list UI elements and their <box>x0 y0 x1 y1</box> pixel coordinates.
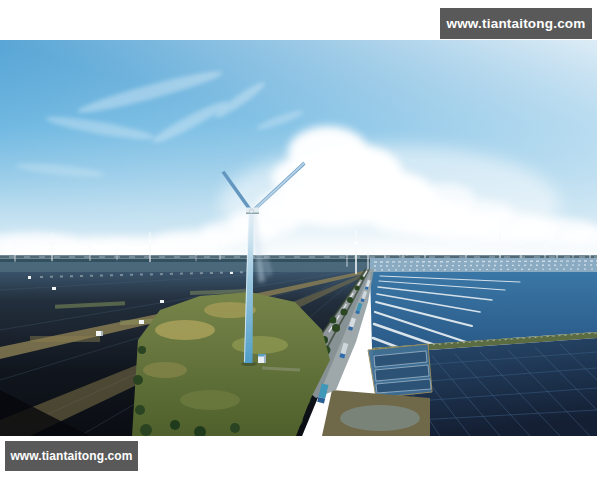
page: www.tiantaitong.com www.tiantaitong.com <box>0 0 600 480</box>
turbine-base-shed <box>258 354 266 363</box>
photo-aerial-wind-solar-farm <box>0 0 600 480</box>
watermark-top: www.tiantaitong.com <box>440 8 592 39</box>
turbine-hub <box>249 209 253 213</box>
grass-area <box>132 292 330 438</box>
watermark-bottom: www.tiantaitong.com <box>5 441 138 471</box>
